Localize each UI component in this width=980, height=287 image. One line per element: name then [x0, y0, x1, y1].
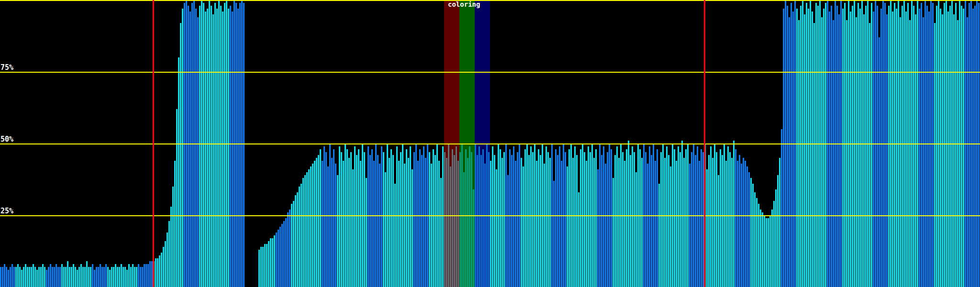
bar [19, 267, 21, 287]
bar [33, 264, 34, 287]
bar [61, 264, 63, 287]
bar [597, 169, 599, 287]
bar [666, 146, 668, 287]
bar [145, 264, 147, 287]
bar [373, 161, 375, 287]
bar [886, 14, 888, 287]
bar [333, 149, 334, 287]
bar [716, 152, 717, 287]
tick-label-25: 25% [0, 207, 13, 215]
bar [383, 152, 384, 287]
bar [572, 158, 574, 287]
bar [509, 149, 511, 287]
bar-timeline-chart: 75%50%25% coloring [0, 0, 980, 287]
bar [4, 264, 5, 287]
bar [568, 149, 570, 287]
bar [697, 146, 698, 287]
bar [268, 241, 269, 287]
bar [433, 149, 434, 287]
bar [622, 152, 624, 287]
bar [105, 264, 107, 287]
bar [80, 264, 82, 287]
bar [406, 149, 407, 287]
bar [926, 6, 928, 287]
bar [567, 166, 568, 287]
bar [189, 11, 191, 287]
bar [295, 195, 296, 287]
bar [276, 232, 277, 287]
bar [708, 155, 710, 287]
bar [115, 264, 116, 287]
bar [65, 267, 67, 287]
bar [764, 215, 765, 287]
bar [540, 155, 541, 287]
bar [287, 212, 289, 287]
bar [352, 169, 354, 287]
bar [869, 23, 870, 287]
bar [974, 6, 976, 287]
bar [746, 166, 748, 287]
bar [442, 146, 444, 287]
bar [865, 6, 867, 287]
bar [212, 14, 214, 287]
bar [555, 149, 557, 287]
bar [588, 146, 589, 287]
bar [147, 264, 149, 287]
bar [532, 152, 534, 287]
bar [103, 267, 105, 287]
bar [279, 227, 281, 287]
bar [408, 158, 409, 287]
bar [438, 161, 440, 287]
bar [817, 6, 819, 287]
bar [132, 264, 134, 287]
bar [655, 161, 656, 287]
bar [490, 161, 491, 287]
bar [220, 6, 222, 287]
bar [379, 164, 380, 287]
bar [750, 178, 752, 287]
bar [859, 9, 861, 287]
bar [126, 270, 128, 287]
bar [614, 155, 616, 287]
bar [258, 250, 260, 287]
bar [11, 264, 13, 287]
bar [634, 152, 635, 287]
bar [207, 9, 208, 287]
bar [260, 247, 262, 287]
bar [188, 6, 189, 287]
bar [683, 158, 685, 287]
gridline-75 [0, 72, 980, 73]
bar [796, 9, 798, 287]
bar [360, 161, 361, 287]
bar [323, 146, 325, 287]
bar [664, 158, 666, 287]
bar [421, 155, 423, 287]
bar [658, 184, 660, 287]
bar [681, 141, 683, 287]
bar [544, 164, 545, 287]
bar [871, 3, 872, 287]
bar [281, 224, 283, 287]
bar [559, 146, 560, 287]
bar [879, 37, 880, 287]
bar [230, 6, 231, 287]
bar [44, 267, 45, 287]
bar [67, 261, 68, 287]
bar [618, 158, 620, 287]
bar [944, 3, 945, 287]
gridline-100 [0, 0, 980, 1]
bar [580, 149, 581, 287]
bar [429, 152, 430, 287]
bar [203, 3, 204, 287]
bar [270, 238, 271, 287]
bar [863, 14, 865, 287]
bar [775, 189, 777, 287]
bar [536, 161, 537, 287]
bar [844, 3, 846, 287]
bar [641, 158, 643, 287]
bar [494, 155, 495, 287]
bar [337, 175, 338, 287]
bar [706, 169, 708, 287]
bar [919, 9, 920, 287]
bar [174, 161, 176, 287]
